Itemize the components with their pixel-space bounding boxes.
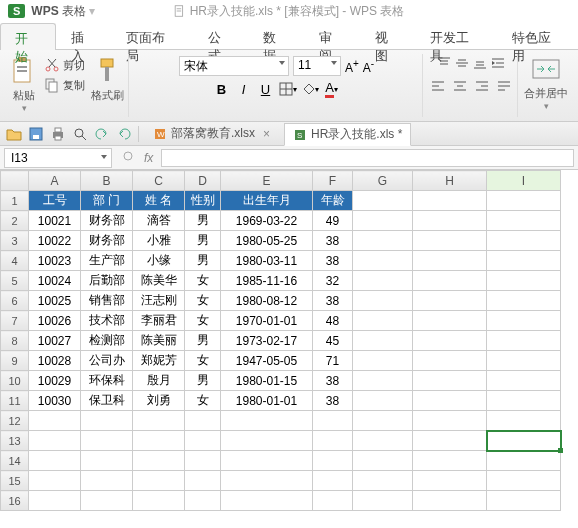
cell-G14[interactable] xyxy=(353,451,413,471)
cell-C2[interactable]: 滴答 xyxy=(133,211,185,231)
row-header-8[interactable]: 8 xyxy=(1,331,29,351)
cell-H16[interactable] xyxy=(413,491,487,511)
wrap-button[interactable] xyxy=(495,77,513,95)
cell-B4[interactable]: 生产部 xyxy=(81,251,133,271)
cell-D3[interactable]: 男 xyxy=(185,231,221,251)
menu-tab-formula[interactable]: 公式 xyxy=(193,22,249,49)
cell-F4[interactable]: 38 xyxy=(313,251,353,271)
align-left-button[interactable] xyxy=(429,77,447,95)
doc-tab-0[interactable]: W 部落窝教育.xlsx × xyxy=(145,123,278,144)
cell-B14[interactable] xyxy=(81,451,133,471)
undo-icon[interactable] xyxy=(94,126,110,142)
cell-G8[interactable] xyxy=(353,331,413,351)
copy-button[interactable]: 复制 xyxy=(42,76,87,94)
menu-tab-review[interactable]: 审阅 xyxy=(304,22,360,49)
cell-D16[interactable] xyxy=(185,491,221,511)
cell-G6[interactable] xyxy=(353,291,413,311)
cell-A3[interactable]: 10022 xyxy=(29,231,81,251)
cell-H2[interactable] xyxy=(413,211,487,231)
cell-C9[interactable]: 郑妮芳 xyxy=(133,351,185,371)
fill-color-button[interactable]: ▾ xyxy=(301,80,319,98)
cell-F7[interactable]: 48 xyxy=(313,311,353,331)
menu-tab-special[interactable]: 特色应用 xyxy=(497,22,578,49)
cell-F1[interactable]: 年龄 xyxy=(313,191,353,211)
cell-H6[interactable] xyxy=(413,291,487,311)
row-header-10[interactable]: 10 xyxy=(1,371,29,391)
row-header-11[interactable]: 11 xyxy=(1,391,29,411)
menu-tab-start[interactable]: 开始 xyxy=(0,23,56,50)
cell-H9[interactable] xyxy=(413,351,487,371)
cell-H11[interactable] xyxy=(413,391,487,411)
col-header-A[interactable]: A xyxy=(29,171,81,191)
menu-tab-view[interactable]: 视图 xyxy=(360,22,416,49)
cell-E2[interactable]: 1969-03-22 xyxy=(221,211,313,231)
col-header-H[interactable]: H xyxy=(413,171,487,191)
cell-B2[interactable]: 财务部 xyxy=(81,211,133,231)
row-header-9[interactable]: 9 xyxy=(1,351,29,371)
col-header-G[interactable]: G xyxy=(353,171,413,191)
cell-E3[interactable]: 1980-05-25 xyxy=(221,231,313,251)
doc-tab-1[interactable]: S HR录入技能.xls * xyxy=(284,123,411,146)
cell-F2[interactable]: 49 xyxy=(313,211,353,231)
cell-A7[interactable]: 10026 xyxy=(29,311,81,331)
close-icon[interactable]: × xyxy=(263,127,270,141)
cell-C1[interactable]: 姓 名 xyxy=(133,191,185,211)
cell-B7[interactable]: 技术部 xyxy=(81,311,133,331)
cell-I10[interactable] xyxy=(487,371,561,391)
cell-C13[interactable] xyxy=(133,431,185,451)
cell-B9[interactable]: 公司办 xyxy=(81,351,133,371)
cell-D5[interactable]: 女 xyxy=(185,271,221,291)
align-middle-button[interactable] xyxy=(455,56,469,73)
cell-C8[interactable]: 陈美丽 xyxy=(133,331,185,351)
cell-B1[interactable]: 部 门 xyxy=(81,191,133,211)
row-header-16[interactable]: 16 xyxy=(1,491,29,511)
cell-A15[interactable] xyxy=(29,471,81,491)
cell-C6[interactable]: 汪志刚 xyxy=(133,291,185,311)
font-name-select[interactable]: 宋体 xyxy=(179,56,289,76)
cell-B13[interactable] xyxy=(81,431,133,451)
cell-A10[interactable]: 10029 xyxy=(29,371,81,391)
cell-I5[interactable] xyxy=(487,271,561,291)
open-icon[interactable] xyxy=(6,126,22,142)
cell-I14[interactable] xyxy=(487,451,561,471)
cell-B16[interactable] xyxy=(81,491,133,511)
border-button[interactable]: ▾ xyxy=(279,80,297,98)
cell-F14[interactable] xyxy=(313,451,353,471)
align-top-button[interactable] xyxy=(437,56,451,73)
cell-H10[interactable] xyxy=(413,371,487,391)
menu-tab-data[interactable]: 数据 xyxy=(248,22,304,49)
row-header-12[interactable]: 12 xyxy=(1,411,29,431)
cell-I8[interactable] xyxy=(487,331,561,351)
cell-F15[interactable] xyxy=(313,471,353,491)
cell-E10[interactable]: 1980-01-15 xyxy=(221,371,313,391)
cell-B8[interactable]: 检测部 xyxy=(81,331,133,351)
cell-H4[interactable] xyxy=(413,251,487,271)
cell-E7[interactable]: 1970-01-01 xyxy=(221,311,313,331)
cell-F5[interactable]: 32 xyxy=(313,271,353,291)
cell-E4[interactable]: 1980-03-11 xyxy=(221,251,313,271)
cell-G7[interactable] xyxy=(353,311,413,331)
cell-E15[interactable] xyxy=(221,471,313,491)
cell-A5[interactable]: 10024 xyxy=(29,271,81,291)
cell-D10[interactable]: 男 xyxy=(185,371,221,391)
row-header-14[interactable]: 14 xyxy=(1,451,29,471)
cell-I1[interactable] xyxy=(487,191,561,211)
row-header-6[interactable]: 6 xyxy=(1,291,29,311)
cell-D9[interactable]: 女 xyxy=(185,351,221,371)
cell-I11[interactable] xyxy=(487,391,561,411)
cell-D7[interactable]: 女 xyxy=(185,311,221,331)
cell-D4[interactable]: 男 xyxy=(185,251,221,271)
row-header-15[interactable]: 15 xyxy=(1,471,29,491)
underline-button[interactable]: U xyxy=(257,80,275,98)
cell-G15[interactable] xyxy=(353,471,413,491)
cell-D14[interactable] xyxy=(185,451,221,471)
cell-E14[interactable] xyxy=(221,451,313,471)
cell-G4[interactable] xyxy=(353,251,413,271)
merge-icon[interactable] xyxy=(531,56,561,84)
cell-D8[interactable]: 男 xyxy=(185,331,221,351)
cell-E13[interactable] xyxy=(221,431,313,451)
cell-C15[interactable] xyxy=(133,471,185,491)
cell-F3[interactable]: 38 xyxy=(313,231,353,251)
spreadsheet-grid[interactable]: ABCDEFGHI1工号部 门姓 名性别出生年月年龄210021财务部滴答男19… xyxy=(0,170,578,528)
cell-D6[interactable]: 女 xyxy=(185,291,221,311)
